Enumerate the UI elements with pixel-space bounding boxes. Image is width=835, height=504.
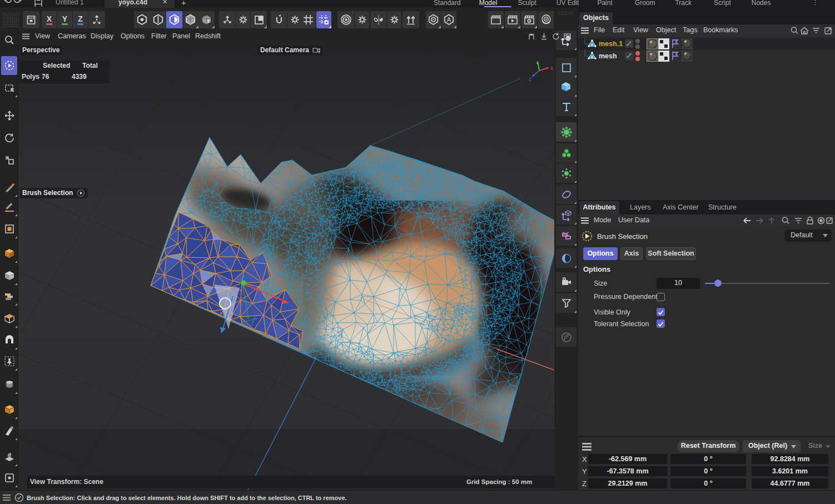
svg-text:z: z <box>529 76 531 82</box>
svg-text:A: A <box>447 16 451 23</box>
svg-text:x: x <box>550 65 553 71</box>
